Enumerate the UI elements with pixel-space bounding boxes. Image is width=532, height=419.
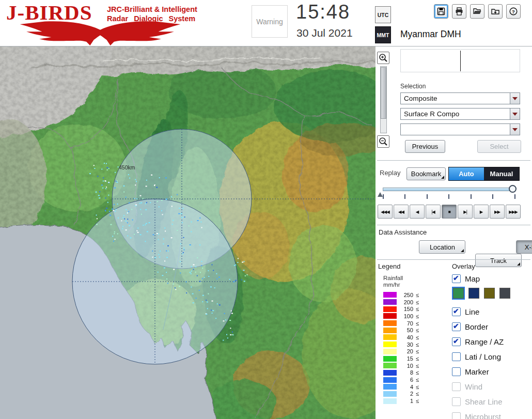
legend-swatch bbox=[383, 384, 397, 390]
legend-row: 30≤ bbox=[383, 341, 419, 348]
location-button[interactable]: Location bbox=[419, 240, 465, 254]
jump-first-button[interactable]: ◀◀◀ bbox=[378, 205, 393, 219]
dropdown-arrow-icon[interactable] bbox=[510, 108, 520, 119]
legend-suffix: ≤ bbox=[416, 384, 419, 390]
save-button[interactable] bbox=[434, 4, 448, 19]
selection-section-label: Selection bbox=[400, 83, 426, 90]
zoom-in-button[interactable] bbox=[377, 52, 389, 64]
stop-button[interactable]: ■ bbox=[442, 205, 457, 219]
jump-last-button[interactable]: ▶▶▶ bbox=[506, 205, 521, 219]
checkbox[interactable] bbox=[452, 307, 461, 316]
type-dropdown-value: Surface R Compo bbox=[401, 108, 510, 119]
help-icon: ? bbox=[509, 7, 518, 16]
overlay-label: Map bbox=[465, 274, 480, 283]
zoom-out-button[interactable] bbox=[377, 135, 389, 148]
replay-timeline-thumb[interactable] bbox=[509, 185, 517, 193]
legend-row: 1≤ bbox=[383, 397, 419, 405]
legend-row: 100≤ bbox=[383, 313, 419, 320]
map-style-blue[interactable] bbox=[468, 288, 479, 299]
overlay-row-map[interactable]: Map bbox=[452, 273, 529, 284]
logo-subtitle-line1: JRC-Brilliant & Intelligent bbox=[107, 5, 197, 14]
bookmark-button[interactable]: Bookmark bbox=[406, 167, 446, 180]
x-section-button[interactable]: X-Section bbox=[516, 240, 532, 254]
legend-swatch bbox=[383, 398, 397, 404]
import-data-button[interactable] bbox=[488, 4, 503, 19]
checkbox[interactable] bbox=[452, 352, 461, 361]
manual-mode-button[interactable]: Manual bbox=[484, 167, 519, 180]
play-reverse-button[interactable]: ◀ bbox=[410, 205, 425, 219]
clock-time: 15:48 bbox=[296, 1, 350, 23]
dropdown-arrow-icon[interactable] bbox=[510, 124, 520, 135]
legend-suffix: ≤ bbox=[416, 363, 419, 369]
legend-unit-line2: mm/hr bbox=[383, 282, 403, 288]
previous-button[interactable]: Previous bbox=[405, 140, 445, 153]
overlay-row-border[interactable]: Border bbox=[452, 321, 529, 332]
timezone-utc-button[interactable]: UTC bbox=[375, 6, 391, 23]
extra-dropdown[interactable] bbox=[400, 123, 520, 135]
open-folder-button[interactable] bbox=[470, 4, 484, 19]
map-style-terrain[interactable] bbox=[453, 288, 464, 299]
import-data-icon bbox=[491, 7, 500, 16]
radar-map-canvas[interactable]: 450km bbox=[0, 46, 375, 419]
print-button[interactable] bbox=[452, 4, 466, 19]
track-button[interactable]: Track bbox=[475, 254, 522, 267]
legend-row: 8≤ bbox=[383, 369, 419, 377]
help-button[interactable]: ? bbox=[506, 4, 521, 19]
legend-value: 30 bbox=[400, 342, 413, 348]
legend-value: 200 bbox=[400, 299, 413, 305]
extra-dropdown-value bbox=[401, 124, 510, 135]
replay-timeline-track[interactable] bbox=[383, 188, 516, 191]
timezone-mmt-button[interactable]: MMT bbox=[375, 26, 391, 43]
legend-row: 150≤ bbox=[383, 305, 419, 313]
legend-section-label: Legend bbox=[378, 262, 400, 270]
legend-swatch bbox=[383, 356, 397, 362]
select-button[interactable]: Select bbox=[477, 140, 521, 153]
overlay-label: Shear Line bbox=[465, 397, 503, 406]
eagle-logo-icon bbox=[4, 20, 196, 45]
legend-value: 2 bbox=[400, 391, 413, 397]
map-style-gray[interactable] bbox=[499, 288, 510, 299]
overlay-row-marker[interactable]: Marker bbox=[452, 366, 529, 377]
fast-rewind-button[interactable]: ◀◀ bbox=[394, 205, 409, 219]
zoom-scrollbar[interactable] bbox=[380, 66, 387, 133]
zoom-out-icon bbox=[378, 136, 388, 147]
zoom-scrollbar-thumb[interactable] bbox=[381, 67, 386, 119]
checkbox bbox=[452, 382, 461, 391]
legend-suffix: ≤ bbox=[416, 313, 419, 319]
overlay-row-line[interactable]: Line bbox=[452, 306, 529, 317]
map-style-olive[interactable] bbox=[484, 288, 495, 299]
fast-forward-button[interactable]: ▶▶ bbox=[490, 205, 505, 219]
legend-suffix: ≤ bbox=[416, 327, 419, 333]
overlay-row-range-az[interactable]: Range / AZ bbox=[452, 336, 529, 347]
product-dropdown[interactable]: Composite bbox=[400, 92, 520, 104]
legend-value: 4 bbox=[400, 384, 413, 390]
checkbox[interactable] bbox=[452, 337, 461, 346]
legend-suffix: ≤ bbox=[416, 292, 419, 298]
checkbox[interactable] bbox=[452, 274, 461, 283]
play-button[interactable]: ▶ bbox=[474, 205, 489, 219]
control-panel: Selection Composite Surface R Compo Prev… bbox=[375, 46, 532, 419]
legend-swatch bbox=[383, 306, 397, 312]
overlay-row-lati-long[interactable]: Lati / Long bbox=[452, 351, 529, 362]
checkbox bbox=[452, 397, 461, 406]
step-forward-button[interactable]: ▶| bbox=[458, 205, 473, 219]
overlay-row-shear-line: Shear Line bbox=[452, 396, 529, 407]
checkbox[interactable] bbox=[452, 322, 461, 331]
map-zoom-controls bbox=[377, 52, 390, 148]
section-divider bbox=[377, 259, 530, 260]
auto-mode-button[interactable]: Auto bbox=[449, 167, 484, 180]
legend-value: 40 bbox=[400, 334, 413, 340]
section-divider bbox=[377, 160, 530, 161]
step-back-button[interactable]: |◀ bbox=[426, 205, 441, 219]
legend-suffix: ≤ bbox=[416, 377, 419, 383]
station-info-box[interactable] bbox=[400, 49, 520, 72]
app-window: J-BIRDS JRC-Brilliant & Intelligent Rada… bbox=[0, 0, 532, 419]
timeline-start-marker bbox=[378, 192, 383, 197]
type-dropdown[interactable]: Surface R Compo bbox=[400, 108, 520, 120]
dropdown-arrow-icon[interactable] bbox=[510, 93, 520, 104]
legend-value: 10 bbox=[400, 363, 413, 369]
legend-suffix: ≤ bbox=[416, 299, 419, 305]
open-folder-icon bbox=[473, 7, 482, 16]
checkbox[interactable] bbox=[452, 367, 461, 376]
legend-value: 250 bbox=[400, 292, 413, 298]
